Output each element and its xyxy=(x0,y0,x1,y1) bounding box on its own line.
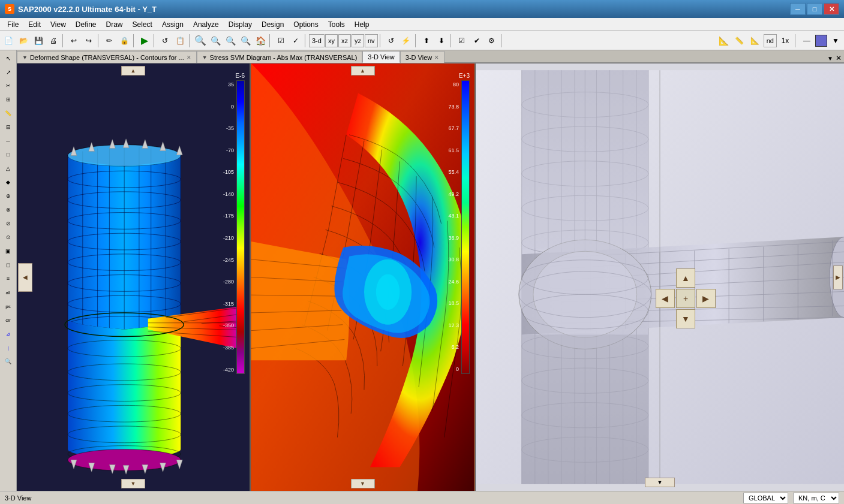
copy-button[interactable]: 📋 xyxy=(173,34,187,48)
nav-down-button[interactable]: ▼ xyxy=(676,309,695,328)
tab-3d-view-1[interactable]: 3-D View xyxy=(362,51,400,63)
tab-close-3d-2[interactable]: ✕ xyxy=(434,55,439,61)
title-buttons[interactable]: ─ □ ✕ xyxy=(790,3,839,15)
menu-draw[interactable]: Draw xyxy=(101,19,128,30)
up-button[interactable]: ⬆ xyxy=(419,34,434,48)
view-yz-button[interactable]: yz xyxy=(352,34,364,47)
node-display-button[interactable]: nd xyxy=(764,34,777,47)
scroll-down-v2[interactable]: ▼ xyxy=(351,479,375,488)
flash-button[interactable]: ⚡ xyxy=(399,34,413,48)
menu-select[interactable]: Select xyxy=(128,19,157,30)
clear-tool[interactable]: clr xyxy=(2,313,15,327)
new-button[interactable]: 📄 xyxy=(1,34,16,48)
view-xy-button[interactable]: xy xyxy=(325,34,338,47)
tab-expand-button[interactable]: ▼ xyxy=(827,55,833,62)
beam-tool[interactable]: ⊗ xyxy=(2,203,15,216)
more-button[interactable]: ▼ xyxy=(828,34,843,48)
scroll-down-v3[interactable]: ▼ xyxy=(645,478,675,487)
menu-define[interactable]: Define xyxy=(71,19,101,30)
menu-analyze[interactable]: Analyze xyxy=(188,19,224,30)
redo-button[interactable]: ↪ xyxy=(82,34,96,48)
column-tool[interactable]: ⊘ xyxy=(2,217,15,230)
menu-view[interactable]: View xyxy=(46,19,71,30)
scroll-up-v2[interactable]: ▲ xyxy=(351,66,375,76)
menu-options[interactable]: Options xyxy=(289,19,323,30)
zoom-out-button[interactable]: 🔍 xyxy=(208,34,223,48)
tab-arrow-deformed[interactable]: ▼ xyxy=(22,55,28,61)
menu-assign[interactable]: Assign xyxy=(157,19,188,30)
zoom-home-button[interactable]: 🏠 xyxy=(253,34,268,48)
menu-design[interactable]: Design xyxy=(257,19,289,30)
view-xz-button[interactable]: xz xyxy=(338,34,351,47)
units-dropdown[interactable]: KN, m, C kip, ft, F N, mm, C xyxy=(793,493,839,503)
minimize-button[interactable]: ─ xyxy=(790,3,806,15)
rotate-button[interactable]: ↺ xyxy=(158,34,172,48)
select-tool[interactable]: ↖ xyxy=(2,52,15,65)
check3-button[interactable]: ☑ xyxy=(455,34,469,48)
undo-button[interactable]: ↩ xyxy=(67,34,81,48)
menu-display[interactable]: Display xyxy=(224,19,257,30)
polygon-tool[interactable]: △ xyxy=(2,162,15,175)
print-button[interactable]: 🖨 xyxy=(46,34,61,48)
brace-tool[interactable]: ⊙ xyxy=(2,231,15,244)
lock-button[interactable]: 🔒 xyxy=(117,34,131,48)
tab-arrow-stress[interactable]: ▼ xyxy=(202,55,208,61)
run-button[interactable]: ▶ xyxy=(137,34,152,48)
measure-tool[interactable]: 📏 xyxy=(2,107,15,120)
zoom-extent-button[interactable]: 🔍 xyxy=(238,34,253,48)
zoom-in-button[interactable]: 🔍 xyxy=(193,34,208,48)
spring-tool[interactable]: ⊕ xyxy=(2,189,15,203)
save-button[interactable]: 💾 xyxy=(31,34,46,48)
down-button[interactable]: ⬇ xyxy=(434,34,449,48)
region-tool[interactable]: ≡ xyxy=(2,272,15,285)
pen-button[interactable]: — xyxy=(800,34,814,48)
scroll-up-v1[interactable]: ▲ xyxy=(121,66,145,76)
check4-button[interactable]: ✔ xyxy=(470,34,484,48)
nav-right-button[interactable]: ▶ xyxy=(696,289,716,308)
refine-tool[interactable]: all xyxy=(2,286,15,299)
dimension-button[interactable]: 📏 xyxy=(732,34,747,48)
tab-3d-view-2[interactable]: 3-D View ✕ xyxy=(400,51,444,63)
color-button[interactable] xyxy=(815,35,827,47)
check1-button[interactable]: ☑ xyxy=(274,34,288,48)
viewport-stress-diagram[interactable]: E+3 80 73.8 67.7 61.5 55.4 49.2 43.1 36.… xyxy=(251,64,476,491)
scale-button[interactable]: 1x xyxy=(778,34,792,48)
check2-button[interactable]: ✓ xyxy=(289,34,303,48)
snap-tool[interactable]: ⊞ xyxy=(2,93,15,106)
scroll-right-v3[interactable]: ▶ xyxy=(833,265,843,289)
maximize-button[interactable]: □ xyxy=(807,3,822,15)
ruler-button[interactable]: 📐 xyxy=(717,34,731,48)
grid-tool[interactable]: ⊟ xyxy=(2,120,15,134)
zoom-box-button[interactable]: 🔍 xyxy=(223,34,238,48)
line-tool[interactable]: ─ xyxy=(2,134,15,147)
nav-up-button[interactable]: ▲ xyxy=(676,268,695,288)
gear-button[interactable]: ⚙ xyxy=(485,34,499,48)
tab-close-all-button[interactable]: ✕ xyxy=(836,54,842,62)
scroll-down-v1[interactable]: ▼ xyxy=(121,479,145,488)
nav-center-button[interactable]: + xyxy=(676,289,695,308)
tab-close-deformed[interactable]: ✕ xyxy=(187,55,191,61)
viewport-3d[interactable]: ▲ ◀ + ▶ ▼ ▶ ▼ xyxy=(476,64,844,491)
node-tool[interactable]: ◆ xyxy=(2,176,15,189)
tab-stress-diagram[interactable]: ▼ Stress SVM Diagram - Abs Max (TRANSVER… xyxy=(197,51,363,63)
menu-edit[interactable]: Edit xyxy=(23,19,46,30)
cut-tool[interactable]: ✂ xyxy=(2,79,15,92)
nav-left-button[interactable]: ◀ xyxy=(656,289,675,308)
collapse-button-v1[interactable]: ◀ xyxy=(18,263,32,292)
menu-file[interactable]: File xyxy=(2,19,23,30)
coordinate-system-dropdown[interactable]: GLOBAL LOCAL xyxy=(743,493,788,503)
zoom-tool[interactable]: 🔍 xyxy=(2,355,15,368)
menu-tools[interactable]: Tools xyxy=(323,19,350,30)
undo2-button[interactable]: ↺ xyxy=(384,34,398,48)
property-tool[interactable]: ps xyxy=(2,300,15,313)
measure-button[interactable]: 📐 xyxy=(748,34,762,48)
edit-button[interactable]: ✏ xyxy=(102,34,116,48)
tab-deformed-shape[interactable]: ▼ Deformed Shape (TRANSVERSAL) - Contour… xyxy=(17,51,197,63)
view-3d-button[interactable]: 3-d xyxy=(309,34,325,47)
assign-frame-tool[interactable]: | xyxy=(2,341,15,354)
navigation-control[interactable]: ▲ ◀ + ▶ ▼ xyxy=(656,268,716,328)
viewport-deformed-shape[interactable]: E-6 35 0 -35 -70 -105 -140 -175 -210 -24… xyxy=(17,64,251,491)
open-button[interactable]: 📂 xyxy=(16,34,31,48)
pointer-tool[interactable]: ↗ xyxy=(2,65,15,79)
view-nv-button[interactable]: nv xyxy=(365,34,378,47)
